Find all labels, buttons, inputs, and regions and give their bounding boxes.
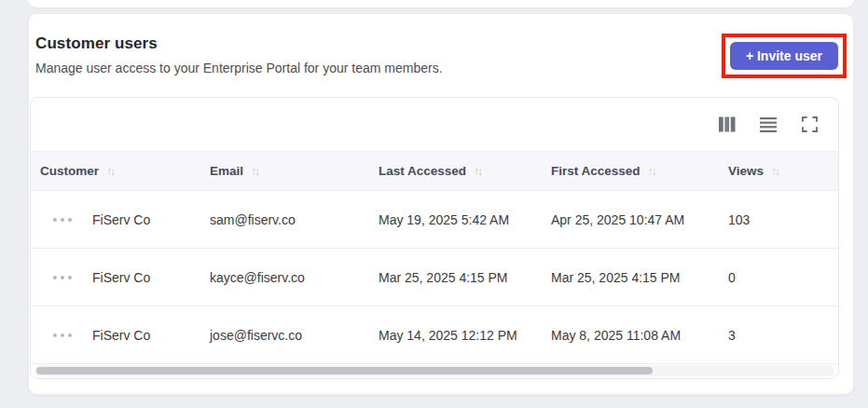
column-header-label: Customer	[40, 164, 99, 178]
table-row: FiServ Co kayce@fiserv.co Mar 25, 2025 4…	[31, 249, 838, 306]
density-button[interactable]	[759, 116, 778, 134]
table-header-row: Customer↑↓ Email↑↓ Last Accessed↑↓ First…	[31, 152, 838, 191]
users-table-body: FiServ Co sam@fiserv.co May 19, 2025 5:4…	[31, 191, 838, 364]
cell-first-accessed: Mar 25, 2025 4:15 PM	[542, 249, 719, 306]
customer-name: FiServ Co	[92, 212, 150, 227]
cell-first-accessed: May 8, 2025 11:08 AM	[542, 306, 719, 364]
density-icon	[760, 117, 777, 132]
customer-name: FiServ Co	[92, 328, 150, 343]
column-header-views[interactable]: Views↑↓	[719, 152, 838, 191]
cell-customer: FiServ Co	[31, 249, 200, 306]
ellipsis-icon	[53, 276, 72, 279]
cell-customer: FiServ Co	[31, 306, 200, 364]
sort-icon: ↑↓	[106, 165, 114, 178]
column-header-label: Views	[728, 164, 764, 178]
horizontal-scrollbar[interactable]	[34, 365, 834, 376]
ellipsis-icon	[53, 218, 72, 222]
cell-email: kayce@fiserv.co	[200, 249, 369, 306]
cell-last-accessed: May 14, 2025 12:12 PM	[369, 306, 542, 364]
sort-icon: ↑↓	[771, 165, 778, 178]
scrollbar-thumb[interactable]	[36, 367, 653, 374]
customer-name: FiServ Co	[92, 270, 150, 285]
row-menu-button[interactable]	[53, 214, 72, 225]
cell-views: 0	[719, 249, 838, 306]
column-header-label: First Accessed	[551, 164, 641, 178]
cell-email: sam@fiserv.co	[200, 191, 369, 249]
table-row: FiServ Co sam@fiserv.co May 19, 2025 5:4…	[31, 191, 838, 249]
column-header-first-accessed[interactable]: First Accessed↑↓	[542, 152, 719, 191]
cell-email: jose@fiservc.co	[200, 306, 369, 364]
columns-button[interactable]	[718, 116, 737, 134]
ellipsis-icon	[53, 333, 72, 337]
cell-first-accessed: Apr 25, 2025 10:47 AM	[542, 191, 719, 249]
page: Customer users Manage user access to you…	[0, 0, 868, 408]
row-menu-button[interactable]	[53, 272, 72, 283]
sort-icon: ↑↓	[474, 165, 481, 178]
page-title: Customer users	[35, 34, 158, 53]
users-table-container: Customer↑↓ Email↑↓ Last Accessed↑↓ First…	[30, 97, 839, 379]
invite-user-button[interactable]: + Invite user	[730, 42, 838, 70]
cell-customer: FiServ Co	[31, 191, 200, 249]
column-header-customer[interactable]: Customer↑↓	[31, 152, 200, 191]
invite-user-highlight-box: + Invite user	[722, 34, 847, 78]
columns-icon	[719, 116, 736, 132]
sort-icon: ↑↓	[251, 165, 258, 178]
column-header-label: Email	[210, 164, 243, 178]
column-header-email[interactable]: Email↑↓	[200, 152, 369, 191]
users-table: Customer↑↓ Email↑↓ Last Accessed↑↓ First…	[31, 151, 838, 364]
fullscreen-button[interactable]	[800, 116, 819, 134]
cell-last-accessed: Mar 25, 2025 4:15 PM	[369, 249, 542, 306]
page-subtitle: Manage user access to your Enterprise Po…	[35, 61, 443, 75]
customer-users-panel: Customer users Manage user access to you…	[28, 13, 854, 395]
sort-icon: ↑↓	[648, 165, 655, 178]
table-row: FiServ Co jose@fiservc.co May 14, 2025 1…	[31, 306, 838, 364]
cell-last-accessed: May 19, 2025 5:42 AM	[369, 191, 542, 249]
fullscreen-icon	[802, 116, 818, 132]
cell-views: 103	[719, 191, 838, 249]
cell-views: 3	[719, 306, 838, 364]
column-header-last-accessed[interactable]: Last Accessed↑↓	[369, 152, 542, 191]
row-menu-button[interactable]	[53, 330, 72, 341]
table-toolbar	[31, 98, 838, 151]
previous-card-edge	[28, 0, 854, 7]
column-header-label: Last Accessed	[379, 164, 466, 178]
